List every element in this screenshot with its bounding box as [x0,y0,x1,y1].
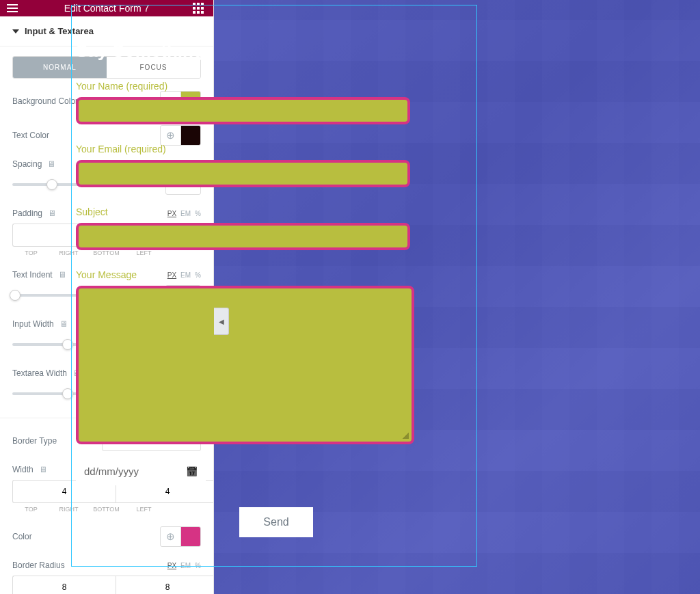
subject-label: Subject [76,206,476,217]
panel-collapse-handle[interactable]: ◀ [214,308,229,335]
responsive-icon[interactable]: 🖥 [48,208,56,218]
spacing-label: Spacing [12,159,42,169]
bg-color-label: Background Color [12,96,78,106]
email-input[interactable] [76,160,410,187]
border-radius-top[interactable] [12,576,116,594]
preview-area: ◀ CONTACT US! Say Something Your Name (r… [214,0,700,594]
text-indent-label: Text Indent [12,270,53,280]
responsive-icon[interactable]: 🖥 [58,270,66,280]
border-radius-label: Border Radius [12,561,65,570]
message-textarea[interactable] [76,286,414,444]
input-width-label: Input Width [12,319,54,329]
name-input[interactable] [76,97,410,124]
form-title: CONTACT US! [76,12,476,33]
date-placeholder: dd/mm/yyyy [84,465,139,477]
text-color-label: Text Color [12,131,49,140]
hamburger-icon[interactable] [7,0,23,16]
email-label: Your Email (required) [76,144,476,154]
widget-selection-outline[interactable]: CONTACT US! Say Something Your Name (req… [71,5,477,567]
form-subtitle: Say Something [76,40,476,62]
subject-input[interactable] [76,223,410,250]
border-type-label: Border Type [12,436,57,446]
responsive-icon[interactable]: 🖥 [59,319,68,329]
send-button[interactable]: Send [239,507,313,537]
responsive-icon[interactable]: 🖥 [47,159,55,169]
message-label: Your Message [76,269,476,280]
name-label: Your Name (required) [76,81,476,92]
responsive-icon[interactable]: 🖥 [39,465,47,474]
textarea-width-label: Textarea Width [12,368,67,378]
border-color-label: Color [12,532,32,541]
contact-form: CONTACT US! Say Something Your Name (req… [72,5,476,566]
calendar-icon [186,465,198,477]
padding-label: Padding [12,208,42,218]
border-radius-right[interactable] [116,576,214,594]
caret-down-icon [12,29,19,33]
border-width-label: Width [12,465,33,474]
date-input[interactable]: dd/mm/yyyy [76,457,206,485]
